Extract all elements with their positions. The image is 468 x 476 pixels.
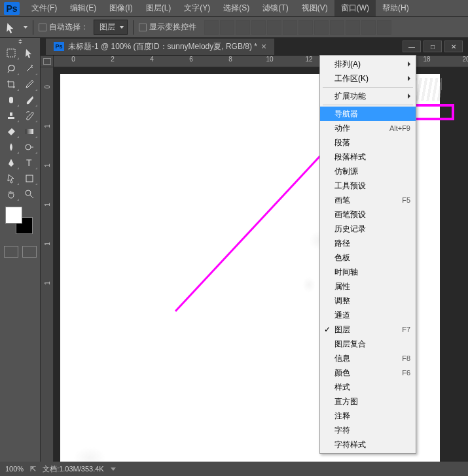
tool-gradient[interactable] (21, 124, 38, 139)
menu-item[interactable]: 色板 (320, 250, 416, 265)
menu-item[interactable]: 直方图 (320, 394, 416, 409)
menu-item[interactable]: 字符样式 (320, 437, 416, 452)
menu-select[interactable]: 选择(S) (217, 0, 256, 16)
show-transform-checkbox[interactable] (139, 24, 147, 31)
window-maximize[interactable]: □ (423, 41, 442, 52)
align-btn[interactable] (298, 20, 313, 35)
menu-item[interactable]: 注释 (320, 409, 416, 423)
tool-marquee[interactable] (3, 46, 20, 60)
menu-item[interactable]: 工具预设 (320, 178, 416, 193)
tool-healing[interactable] (3, 93, 20, 107)
align-btn[interactable] (204, 20, 219, 35)
align-btn[interactable] (330, 20, 344, 35)
tab-close-icon[interactable]: × (261, 41, 266, 52)
tool-pen[interactable] (3, 156, 20, 170)
menu-item[interactable]: 路径 (320, 236, 416, 250)
menu-filter[interactable]: 滤镜(T) (256, 0, 295, 16)
tool-text[interactable]: T (21, 156, 38, 170)
screen-mode-btn[interactable] (22, 246, 37, 258)
menu-item[interactable]: 段落 (320, 135, 416, 150)
ruler-vertical[interactable]: 0 1 1 1 1 1 (41, 67, 54, 462)
tool-lasso[interactable] (3, 61, 20, 76)
tool-eyedropper[interactable] (21, 77, 38, 92)
menu-item[interactable]: 通道 (320, 308, 416, 322)
menu-item[interactable]: 导航器 (320, 107, 416, 121)
tool-shape[interactable] (21, 171, 38, 186)
menu-item-label: 属性 (334, 281, 350, 292)
doc-info[interactable]: 文档:1.03M/353.4K (43, 464, 104, 474)
menu-view[interactable]: 视图(V) (295, 0, 334, 16)
menu-item[interactable]: ✓图层F7 (320, 322, 416, 337)
document-tab[interactable]: Ps 未标题-1 @ 100% (百度ID：sunnyMelody夏, RGB/… (46, 39, 274, 55)
menu-separator (323, 87, 413, 88)
align-btn[interactable] (361, 20, 376, 35)
export-icon[interactable]: ⇱ (30, 465, 36, 473)
menu-file[interactable]: 文件(F) (25, 0, 63, 16)
menu-item[interactable]: 调整 (320, 294, 416, 308)
menu-item[interactable]: 时间轴 (320, 265, 416, 279)
doc-info-dropdown[interactable] (111, 468, 116, 471)
color-swatches[interactable] (5, 207, 33, 234)
tool-eraser[interactable] (3, 124, 20, 139)
status-bar: 100% ⇱ 文档:1.03M/353.4K (0, 462, 468, 476)
menu-layer[interactable]: 图层(L) (139, 0, 178, 16)
menu-item[interactable]: 段落样式 (320, 150, 416, 164)
menu-item[interactable]: 颜色F6 (320, 366, 416, 380)
menu-item-label: 信息 (334, 353, 350, 364)
tool-history-brush[interactable] (21, 109, 38, 123)
align-btn[interactable] (377, 20, 391, 35)
menu-item[interactable]: 画笔预设 (320, 207, 416, 222)
align-btn[interactable] (251, 20, 266, 35)
tool-preset-dropdown[interactable] (24, 26, 27, 29)
menu-item[interactable]: 动作Alt+F9 (320, 121, 416, 135)
move-tool-icon[interactable] (5, 22, 17, 33)
menu-window[interactable]: 窗口(W) (334, 0, 376, 16)
menu-item[interactable]: 排列(A) (320, 57, 416, 71)
tool-blur[interactable] (3, 140, 20, 154)
menu-item[interactable]: 图层复合 (320, 337, 416, 351)
quick-mask-btn[interactable] (4, 246, 18, 258)
foreground-color[interactable] (5, 207, 22, 224)
align-btn[interactable] (236, 20, 250, 35)
tool-path-select[interactable] (3, 171, 20, 186)
menu-item[interactable]: 扩展功能 (320, 89, 416, 103)
align-btn[interactable] (346, 20, 360, 35)
menu-item[interactable]: 工作区(K) (320, 71, 416, 86)
align-btn[interactable] (314, 20, 329, 35)
align-btn[interactable] (220, 20, 234, 35)
show-transform-option[interactable]: 显示变换控件 (139, 22, 196, 33)
menu-item[interactable]: 属性 (320, 279, 416, 294)
menu-image[interactable]: 图像(I) (103, 0, 139, 16)
tool-zoom[interactable] (21, 187, 38, 201)
ruler-origin[interactable] (41, 56, 54, 67)
menu-edit[interactable]: 编辑(E) (63, 0, 103, 16)
auto-select-target[interactable]: 图层 (94, 20, 128, 35)
menu-type[interactable]: 文字(Y) (177, 0, 217, 16)
menu-item[interactable]: 历史记录 (320, 222, 416, 236)
tool-move[interactable] (21, 46, 38, 60)
svg-rect-1 (9, 97, 13, 103)
tool-dodge[interactable] (21, 140, 38, 154)
menu-item[interactable]: 字符 (320, 423, 416, 437)
tools-collapse-handle[interactable] (16, 38, 25, 44)
menu-item-label: 调整 (334, 296, 350, 306)
auto-select-checkbox[interactable] (39, 24, 46, 31)
tool-crop[interactable] (3, 77, 20, 92)
window-close[interactable]: ✕ (444, 41, 463, 52)
align-btn[interactable] (283, 20, 297, 35)
tool-brush[interactable] (21, 93, 38, 107)
align-btn[interactable] (267, 20, 281, 35)
menu-item[interactable]: 样式 (320, 380, 416, 394)
smudge (73, 447, 106, 462)
zoom-level[interactable]: 100% (5, 465, 24, 473)
menu-item[interactable]: 仿制源 (320, 164, 416, 178)
auto-select-option[interactable]: 自动选择： (39, 22, 88, 33)
menu-item[interactable]: 画笔F5 (320, 193, 416, 207)
tool-stamp[interactable] (3, 109, 20, 123)
tool-magic-wand[interactable] (21, 61, 38, 76)
menu-help[interactable]: 帮助(H) (376, 0, 416, 16)
menu-item[interactable]: 信息F8 (320, 351, 416, 366)
tool-hand[interactable] (3, 187, 20, 201)
submenu-arrow-icon (408, 61, 410, 67)
window-minimize[interactable]: — (403, 41, 421, 52)
